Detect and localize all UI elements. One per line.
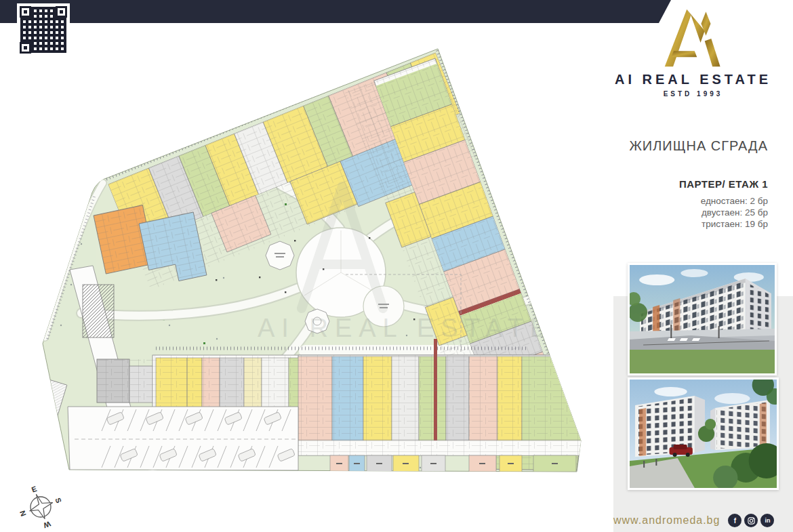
svg-text:N: N (18, 510, 28, 518)
stat-line: двустаен: 25 бр (613, 207, 768, 218)
floor-label: ПАРТЕР/ ЕТАЖ 1 (613, 178, 768, 190)
watermark-text: AI REAL ESTATE (258, 314, 554, 342)
brochure-page: { "theme": { "navy": "#262a3a", "brand_g… (0, 0, 793, 532)
svg-text:S: S (54, 497, 63, 504)
listing-title: ЖИЛИЩНА СГРАДА (613, 138, 768, 154)
stat-line: тристаен: 19 бр (613, 218, 768, 230)
brand-logo: AI REAL ESTATE ESTD 1993 (610, 7, 776, 98)
building-render-photo-2 (628, 377, 779, 490)
stat-line: едностаен: 2 бр (613, 195, 768, 207)
instagram-icon[interactable] (744, 514, 758, 527)
footer: www.andromeda.bg f in (613, 514, 783, 527)
playground-pavilion (266, 241, 294, 270)
listing-info: ЖИЛИЩНА СГРАДА ПАРТЕР/ ЕТАЖ 1 едностаен:… (613, 138, 768, 230)
brand-estd: ESTD 1993 (610, 90, 776, 98)
svg-text:W: W (42, 520, 52, 530)
brand-logo-mark (664, 7, 723, 69)
linkedin-icon[interactable]: in (760, 514, 774, 527)
svg-text:E: E (30, 485, 38, 494)
social-icons: f in (728, 514, 774, 527)
compass-rose-icon: N E S W (18, 485, 64, 530)
parking-garage (68, 407, 298, 470)
website-link[interactable]: www.andromeda.bg (613, 514, 720, 527)
building-render-photo-1 (628, 263, 777, 375)
facebook-icon[interactable]: f (728, 514, 741, 527)
site-plan: AI REAL ESTATE N E S W (0, 0, 596, 532)
brand-name: AI REAL ESTATE (610, 72, 776, 87)
